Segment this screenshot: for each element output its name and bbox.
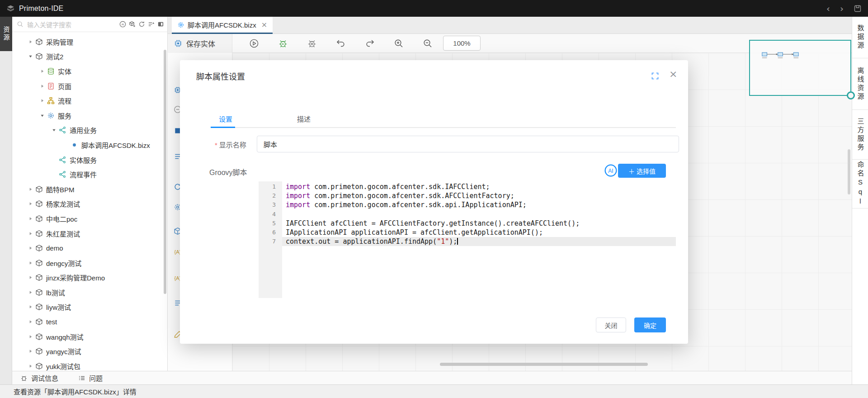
tree-item[interactable]: demo bbox=[12, 241, 168, 256]
groovy-code-editor[interactable]: 1234567 import com.primeton.gocom.afcent… bbox=[259, 181, 676, 298]
tree-item[interactable]: lb测试 bbox=[12, 285, 168, 300]
palette-header-save-entity[interactable]: 保存实体 bbox=[168, 34, 232, 53]
right-rail-tab[interactable]: 命名Sql bbox=[852, 160, 868, 208]
tree-item[interactable]: 页面 bbox=[12, 79, 168, 94]
caret-right-icon[interactable] bbox=[40, 99, 47, 103]
debug-run-icon[interactable] bbox=[278, 38, 288, 48]
entity-icon bbox=[47, 67, 55, 75]
new-package-icon[interactable] bbox=[129, 21, 136, 28]
tree-item[interactable]: 流程 bbox=[12, 93, 168, 108]
tree-item[interactable]: 服务 bbox=[12, 108, 168, 123]
code-line[interactable]: IApplicationAPI applicationAPI = afcClie… bbox=[282, 228, 676, 237]
caret-right-icon[interactable] bbox=[28, 187, 35, 191]
code-line[interactable]: IAFCClient afcClient = AFCClientFactory.… bbox=[282, 219, 676, 228]
code-line[interactable]: import com.primeton.gocom.afcenter.sdk.A… bbox=[282, 191, 676, 200]
tree-item[interactable]: yangyc测试 bbox=[12, 344, 168, 359]
tree-item[interactable]: 酷特BPM bbox=[12, 182, 168, 197]
tree-item[interactable]: 流程事件 bbox=[12, 167, 168, 182]
tree-item-label: 测试2 bbox=[46, 52, 63, 61]
tree-item[interactable]: 杨家龙测试 bbox=[12, 197, 168, 212]
panel-toggle-icon[interactable] bbox=[157, 21, 164, 28]
caret-right-icon[interactable] bbox=[28, 290, 35, 294]
tree-item[interactable]: jinzx采购管理Demo bbox=[12, 270, 168, 285]
tree-item[interactable]: 脚本调用AFCSDK.bizx bbox=[12, 137, 168, 152]
tree-item[interactable]: 实体服务 bbox=[12, 152, 168, 167]
rail-tab-resources[interactable]: 资源 bbox=[0, 17, 12, 51]
code-line[interactable]: import com.primeton.gocom.afcenter.sdk.I… bbox=[282, 182, 676, 191]
caret-right-icon[interactable] bbox=[28, 334, 35, 339]
caret-right-icon[interactable] bbox=[28, 261, 35, 265]
refresh-icon[interactable] bbox=[138, 21, 145, 28]
minimap-resize-handle[interactable] bbox=[847, 91, 855, 100]
code-line[interactable] bbox=[282, 210, 676, 219]
nav-back-icon[interactable]: ‹ bbox=[826, 4, 830, 13]
sort-icon[interactable] bbox=[148, 21, 155, 28]
caret-right-icon[interactable] bbox=[28, 202, 35, 206]
caret-right-icon[interactable] bbox=[40, 69, 47, 73]
right-rail-tab[interactable]: 离线资源 bbox=[852, 58, 868, 110]
caret-right-icon[interactable] bbox=[28, 216, 35, 221]
tree-item[interactable]: 采购管理 bbox=[12, 34, 168, 49]
package-icon bbox=[35, 303, 43, 311]
caret-right-icon[interactable] bbox=[28, 39, 35, 44]
ai-icon[interactable]: AI bbox=[119, 21, 126, 28]
code-area[interactable]: import com.primeton.gocom.afcenter.sdk.I… bbox=[282, 181, 676, 298]
caret-right-icon[interactable] bbox=[28, 231, 35, 236]
debug-config-icon[interactable] bbox=[307, 38, 317, 48]
caret-right-icon[interactable] bbox=[28, 349, 35, 354]
code-line[interactable]: import com.primeton.gocom.afcenter.sdk.a… bbox=[282, 200, 676, 209]
tree-item[interactable]: wangqh测试 bbox=[12, 329, 168, 344]
zoom-in-icon[interactable] bbox=[394, 38, 404, 48]
tree-item[interactable]: yukk测试包 bbox=[12, 359, 168, 371]
caret-right-icon[interactable] bbox=[28, 275, 35, 280]
caret-right-icon[interactable] bbox=[28, 320, 35, 324]
tab-script-afcsdk[interactable]: 脚本调用AFCSDK.bizx × bbox=[172, 17, 273, 34]
nav-forward-icon[interactable]: › bbox=[840, 4, 844, 13]
caret-right-icon[interactable] bbox=[28, 305, 35, 309]
caret-right-icon[interactable] bbox=[40, 84, 47, 88]
tree-item-label: yukk测试包 bbox=[46, 361, 80, 371]
caret-down-icon[interactable] bbox=[52, 128, 59, 133]
tab-close-icon[interactable]: × bbox=[261, 20, 267, 29]
sidebar-scrollbar[interactable] bbox=[164, 50, 166, 294]
tree-item[interactable]: 测试2 bbox=[12, 49, 168, 64]
right-rail-tab[interactable]: 数据源 bbox=[852, 17, 868, 58]
run-icon[interactable] bbox=[249, 38, 259, 48]
code-line[interactable]: context.out = applicationAPI.findApp("1"… bbox=[282, 237, 676, 246]
caret-right-icon[interactable] bbox=[28, 364, 35, 368]
window-save-icon[interactable] bbox=[854, 5, 862, 13]
display-name-input[interactable]: 脚本 bbox=[257, 136, 679, 152]
zoom-out-icon[interactable] bbox=[423, 38, 433, 48]
fullscreen-icon[interactable] bbox=[651, 72, 659, 80]
right-rail-tab[interactable]: 三方服务 bbox=[852, 110, 868, 160]
bottom-tab-problems[interactable]: 问题 bbox=[78, 373, 103, 383]
search-actions: AI bbox=[119, 21, 164, 28]
dialog-tab[interactable]: 描述 bbox=[289, 110, 319, 128]
tree-item[interactable]: 朱红星测试 bbox=[12, 226, 168, 241]
tree-item[interactable]: liyw测试 bbox=[12, 300, 168, 315]
tree-item[interactable]: 中电二poc bbox=[12, 211, 168, 226]
bottom-tab-debug[interactable]: 调试信息 bbox=[20, 373, 58, 383]
close-button[interactable]: 关闭 bbox=[596, 317, 626, 332]
undo-icon[interactable] bbox=[336, 38, 346, 48]
caret-down-icon[interactable] bbox=[28, 54, 35, 59]
tree-item[interactable]: dengcy测试 bbox=[12, 256, 168, 270]
tree-item[interactable]: 实体 bbox=[12, 64, 168, 79]
zoom-level-box[interactable]: 100% bbox=[443, 36, 481, 51]
caret-down-icon[interactable] bbox=[40, 113, 47, 118]
tree-item[interactable]: test bbox=[12, 314, 168, 329]
select-value-button[interactable]: ＋ 选择值 bbox=[618, 164, 666, 178]
tree-item-label: 实体服务 bbox=[70, 155, 97, 165]
canvas-minimap[interactable] bbox=[749, 40, 851, 96]
redo-icon[interactable] bbox=[365, 38, 375, 48]
tree-item[interactable]: 通用业务 bbox=[12, 123, 168, 138]
canvas-horizontal-scrollbar[interactable] bbox=[440, 363, 648, 366]
caret-right-icon[interactable] bbox=[28, 246, 35, 251]
bottom-tab-label: 问题 bbox=[89, 373, 103, 383]
ok-button[interactable]: 确定 bbox=[634, 317, 666, 332]
dialog-tab[interactable]: 设置 bbox=[211, 110, 241, 128]
search-input[interactable]: 输入关键字搜索 bbox=[27, 20, 71, 29]
close-icon[interactable]: × bbox=[669, 68, 677, 80]
canvas-vertical-scrollbar[interactable] bbox=[848, 149, 850, 194]
ai-assistant-icon[interactable]: AI bbox=[604, 164, 618, 177]
